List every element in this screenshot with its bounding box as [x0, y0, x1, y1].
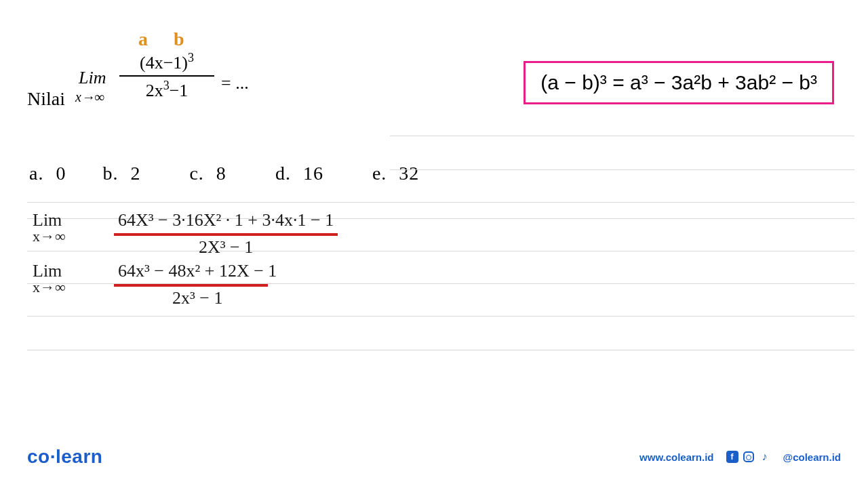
- step1-sub: x→∞: [33, 228, 100, 245]
- equals-suffix: = ...: [221, 73, 249, 94]
- step2-fraction: 64x³ − 48x² + 12X − 1 2x³ − 1: [114, 261, 281, 308]
- tiktok-icon: ♪: [759, 451, 771, 463]
- lim-text: Lim: [79, 68, 106, 88]
- denominator: 2x3−1: [119, 79, 214, 101]
- footer-handle: @colearn.id: [783, 451, 841, 463]
- fraction-bar: [119, 75, 214, 77]
- numerator: (4x−1)3: [119, 51, 214, 73]
- footer-right: www.colearn.id f ♪ @colearn.id: [639, 451, 841, 463]
- limit-expression: a b Lim x→∞ (4x−1)3 2x3−1 = ...: [79, 34, 269, 129]
- annotation-b: b: [174, 28, 184, 50]
- work-step-2: Lim x→∞ 64x³ − 48x² + 12X − 1 2x³ − 1: [33, 261, 338, 308]
- footer: co·learn www.colearn.id f ♪ @colearn.id: [27, 446, 841, 468]
- binomial-formula-box: (a − b)³ = a³ − 3a²b + 3ab² − b³: [524, 61, 834, 104]
- annotation-a: a: [138, 28, 148, 50]
- formula-text: (a − b)³ = a³ − 3a²b + 3ab² − b³: [540, 71, 817, 94]
- step1-denominator: 2X³ − 1: [114, 237, 338, 258]
- lim-sub: x→∞: [75, 89, 104, 105]
- instagram-icon: [743, 451, 755, 463]
- handwritten-work: Lim x→∞ 64X³ − 3·16X² · 1 + 3·4x·1 − 1 2…: [33, 210, 338, 312]
- red-underline-2: [114, 284, 268, 287]
- red-underline-1: [114, 233, 338, 236]
- step1-fraction: 64X³ − 3·16X² · 1 + 3·4x·1 − 1 2X³ − 1: [114, 210, 338, 258]
- step1-numerator: 64X³ − 3·16X² · 1 + 3·4x·1 − 1: [114, 210, 338, 232]
- problem-prefix: Nilai: [27, 88, 65, 110]
- step2-sub: x→∞: [33, 279, 100, 296]
- facebook-icon: f: [726, 451, 738, 463]
- colearn-logo: co·learn: [27, 446, 102, 468]
- fraction: (4x−1)3 2x3−1: [119, 51, 214, 100]
- social-icons: f ♪: [726, 451, 771, 463]
- work-step-1: Lim x→∞ 64X³ − 3·16X² · 1 + 3·4x·1 − 1 2…: [33, 210, 338, 258]
- step2-numerator: 64x³ − 48x² + 12X − 1: [114, 261, 281, 283]
- footer-url: www.colearn.id: [639, 451, 713, 463]
- step2-denominator: 2x³ − 1: [114, 288, 281, 308]
